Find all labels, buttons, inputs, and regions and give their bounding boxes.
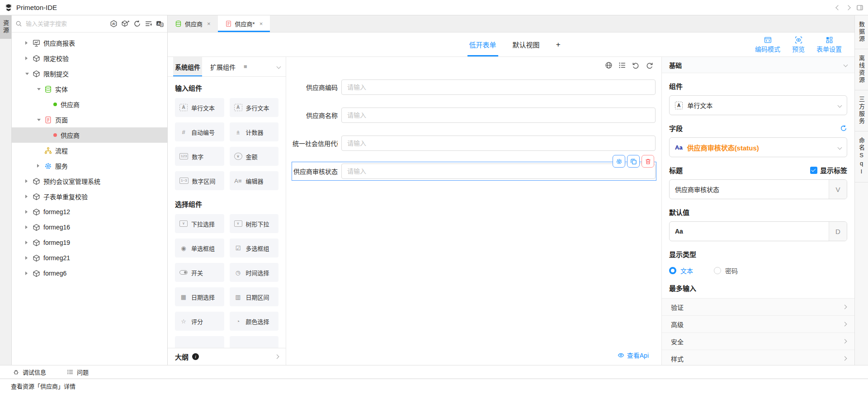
undo-icon[interactable] [632, 61, 640, 69]
tree-item-project[interactable]: 子表单重复校验 [12, 189, 167, 204]
tree-item-entity-supplier[interactable]: 供应商 [12, 97, 167, 112]
outline-list-icon[interactable] [618, 61, 626, 69]
palette-item-single-line-text[interactable]: A单行文本 [175, 98, 224, 117]
form-canvas[interactable]: 供应商编码 供应商名称 统一社会信用代码 供应商审核状态 [286, 57, 661, 365]
strip-tab-third-party-services[interactable]: 三方服务 [855, 90, 868, 131]
outline-footer[interactable]: 大纲 i [168, 348, 286, 365]
audit-status-input[interactable] [341, 164, 656, 179]
palette-item-switch[interactable]: 开关 [175, 263, 224, 282]
expander-icon[interactable] [25, 179, 33, 183]
expander-icon[interactable] [25, 210, 33, 214]
show-label-checkbox[interactable] [810, 167, 817, 174]
palette-menu-icon[interactable]: ≡ [244, 63, 247, 70]
form-field-supplier-code[interactable]: 供应商编码 [292, 78, 656, 97]
supplier-code-input[interactable] [341, 80, 656, 95]
refresh-field-icon[interactable] [840, 125, 847, 132]
palette-item-time-picker[interactable]: ◷时间选择 [230, 263, 279, 282]
section-advanced[interactable]: 高级 [662, 316, 854, 333]
expander-icon[interactable] [25, 41, 33, 45]
field-settings-button[interactable] [613, 155, 625, 168]
default-variable-button[interactable]: D [829, 222, 847, 241]
field-copy-button[interactable] [627, 155, 640, 168]
palette-item-dropdown[interactable]: ∨下拉选择 [175, 214, 224, 233]
tree-item-entity-folder[interactable]: 实体 [12, 81, 167, 97]
tree-item-services[interactable]: 服务 [12, 158, 167, 173]
tree-item-project[interactable]: 限制提交 [12, 66, 167, 81]
palette-tab-system[interactable]: 系统组件 [173, 57, 202, 76]
problems-tab[interactable]: 问题 [67, 368, 89, 376]
default-value-input[interactable]: Aa [670, 222, 829, 241]
tree-item-project[interactable]: 限定校验 [12, 51, 167, 66]
palette-item-date-picker[interactable]: ▦日期选择 [175, 287, 224, 306]
expander-icon[interactable] [25, 241, 33, 244]
strip-tab-offline-resources[interactable]: 离线资源 [855, 49, 868, 90]
palette-item-tree-dropdown[interactable]: ∨树形下拉 [230, 214, 279, 233]
palette-item-rating[interactable]: ☆评分 [175, 312, 224, 331]
code-mode-button[interactable]: 编码模式 [755, 36, 780, 53]
tree-item-flow[interactable]: 流程 [12, 143, 167, 158]
palette-item-auto-number[interactable]: #自动编号 [175, 122, 224, 141]
palette-item-radio-group[interactable]: ◉单选框组 [175, 239, 224, 257]
tree-item-project[interactable]: formeg19 [12, 235, 167, 250]
properties-header[interactable]: 基础 [662, 57, 854, 73]
section-style[interactable]: 样式 [662, 350, 854, 365]
radio-password[interactable]: 密码 [714, 266, 738, 275]
close-icon[interactable]: × [207, 20, 211, 27]
close-icon[interactable]: × [259, 20, 263, 27]
new-project-icon[interactable] [121, 20, 130, 28]
palette-item-number-range[interactable]: 1~3数字区间 [175, 171, 224, 190]
search-input[interactable] [26, 20, 106, 27]
form-field-audit-status-selected[interactable]: 供应商审核状态 [292, 162, 656, 181]
section-security[interactable]: 安全 [662, 333, 854, 350]
title-input[interactable] [670, 180, 829, 199]
view-tab-default-view[interactable]: 默认视图 [513, 33, 540, 56]
nav-forward-icon[interactable] [845, 5, 850, 10]
refresh-icon[interactable] [133, 20, 141, 28]
form-field-supplier-name[interactable]: 供应商名称 [292, 106, 656, 125]
expander-icon[interactable] [37, 164, 44, 168]
expander-icon[interactable] [25, 271, 33, 275]
tree-item-page-folder[interactable]: 页面 [12, 112, 167, 127]
chevron-down-icon[interactable] [277, 65, 281, 69]
collapse-all-icon[interactable] [145, 20, 152, 28]
expander-icon[interactable] [25, 225, 33, 229]
expander-icon[interactable] [37, 88, 44, 90]
palette-tab-extension[interactable]: 扩展组件 [208, 57, 237, 76]
activity-tab-resources[interactable]: 资源 [0, 15, 11, 39]
ai-assistant-icon[interactable] [110, 20, 118, 28]
debug-info-tab[interactable]: 调试信息 [13, 368, 46, 376]
doc-tab-supplier-page-active[interactable]: 供应商* × [218, 15, 270, 32]
section-validation[interactable]: 验证 [662, 299, 854, 316]
palette-item-counter[interactable]: ±计数器 [230, 122, 279, 141]
palette-item-multi-line-text[interactable]: A多行文本 [230, 98, 279, 117]
palette-item-number[interactable]: 123数字 [175, 147, 224, 166]
component-select[interactable]: A 单行文本 [669, 95, 847, 115]
expander-icon[interactable] [25, 256, 33, 260]
expander-icon[interactable] [25, 195, 33, 198]
preview-button[interactable]: 预览 [792, 36, 805, 53]
tree-item-project[interactable]: formeg16 [12, 220, 167, 235]
title-variable-button[interactable]: V [829, 180, 847, 199]
toggle-panel-icon[interactable] [856, 4, 863, 11]
palette-item-partial[interactable] [230, 336, 279, 348]
field-delete-button[interactable] [642, 155, 654, 168]
field-select[interactable]: Aa 供应商审核状态(status) [669, 137, 847, 157]
chevron-down-icon[interactable] [844, 63, 848, 67]
palette-item-date-range[interactable]: ▥日期区间 [230, 287, 279, 306]
tree-item-project[interactable]: 预约会议室管理系统 [12, 173, 167, 189]
form-settings-button[interactable]: 表单设置 [816, 36, 842, 53]
strip-tab-named-sql[interactable]: 命名Sql [855, 131, 868, 182]
palette-item-amount[interactable]: ¥金额 [230, 147, 279, 166]
expander-icon[interactable] [25, 73, 33, 75]
view-tab-lowcode-form[interactable]: 低开表单 [469, 33, 496, 56]
i18n-globe-icon[interactable] [605, 61, 613, 69]
palette-item-editor[interactable]: A≡编辑器 [230, 171, 279, 190]
redo-icon[interactable] [646, 61, 653, 69]
add-view-icon[interactable]: + [556, 40, 561, 49]
tree-item-project[interactable]: formeg6 [12, 266, 167, 281]
palette-item-partial[interactable] [175, 336, 224, 348]
tree-item-page-supplier-selected[interactable]: 供应商 [12, 127, 167, 143]
tree-item-project[interactable]: formeg12 [12, 204, 167, 220]
tree-item-supplier-report[interactable]: 供应商报表 [12, 35, 167, 51]
palette-item-checkbox-group[interactable]: ☑多选框组 [230, 239, 279, 257]
